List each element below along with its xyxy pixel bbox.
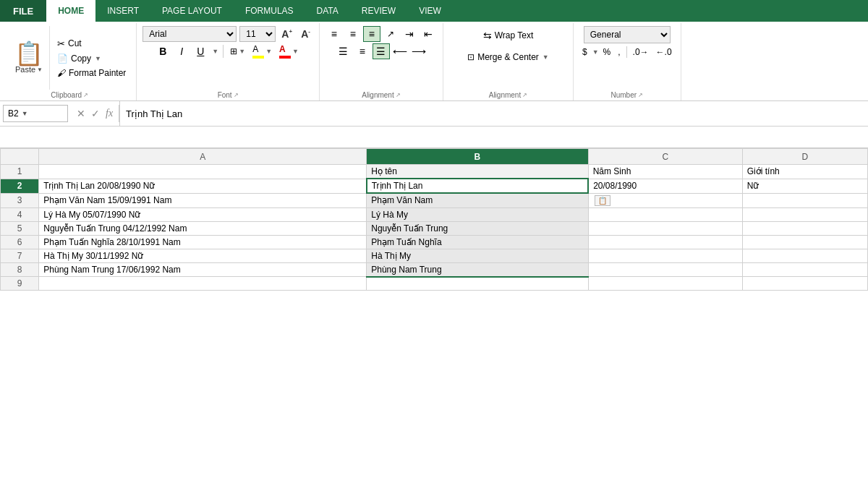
increase-decimal-button[interactable]: .0→ <box>630 46 652 58</box>
cell-a5[interactable]: Nguyễn Tuấn Trung 04/12/1992 Nam <box>39 221 367 235</box>
cell-d4[interactable] <box>742 207 867 221</box>
menu-tab-view[interactable]: VIEW <box>407 0 453 22</box>
cell-b9[interactable] <box>367 277 588 291</box>
menu-tab-home[interactable]: HOME <box>46 0 95 22</box>
formula-bar: B2 ▼ ✕ ✓ fx <box>0 101 868 127</box>
cell-d2[interactable]: Nữ <box>742 179 867 193</box>
cell-a9[interactable] <box>39 277 367 291</box>
menu-tab-page-layout[interactable]: PAGE LAYOUT <box>150 0 234 22</box>
formula-input[interactable] <box>119 101 868 126</box>
font-color-button[interactable]: A ▼ <box>277 43 301 59</box>
alignment-expand-icon2[interactable]: ↗ <box>522 92 527 98</box>
cell-a1[interactable] <box>39 165 367 179</box>
fill-color-bar <box>252 56 264 59</box>
underline-button[interactable]: U <box>192 43 208 59</box>
align-left-button[interactable]: ☰ <box>335 43 352 59</box>
merge-center-button[interactable]: ⊡ Merge & Center ▼ <box>463 48 553 67</box>
cut-button[interactable]: ✂ Cut <box>56 38 127 50</box>
col-header-a[interactable]: A <box>39 149 367 165</box>
cell-reference-box[interactable]: B2 ▼ <box>3 105 68 122</box>
cell-b3[interactable]: Phạm Văn Nam <box>367 193 588 207</box>
row-num-4: 4 <box>1 207 39 221</box>
ltr-button[interactable]: ⟶ <box>410 43 427 59</box>
cell-c4[interactable] <box>588 207 742 221</box>
decrease-indent-button[interactable]: ⇤ <box>420 26 437 42</box>
menu-tab-formulas[interactable]: FORMULAS <box>234 0 305 22</box>
paste-button[interactable]: 📋 Paste ▼ <box>9 26 50 90</box>
menu-tab-review[interactable]: REVIEW <box>350 0 407 22</box>
align-middle-button[interactable]: ≡ <box>344 26 362 42</box>
align-right-button[interactable]: ☰ <box>373 43 390 59</box>
menu-tab-insert[interactable]: INSERT <box>95 0 150 22</box>
cell-b7[interactable]: Hà Thị My <box>367 249 588 262</box>
align-center-button[interactable]: ≡ <box>354 43 371 59</box>
font-name-select[interactable]: Arial <box>142 26 237 42</box>
cell-a8[interactable]: Phùng Nam Trung 17/06/1992 Nam <box>39 262 367 277</box>
cell-c6[interactable] <box>588 235 742 249</box>
bold-button[interactable]: B <box>155 43 171 59</box>
decrease-decimal-button[interactable]: ←.0 <box>653 46 675 58</box>
comma-button[interactable]: , <box>615 46 623 58</box>
cell-c5[interactable] <box>588 221 742 235</box>
font-row1: Arial 11 A+ A- <box>142 26 313 42</box>
cell-a6[interactable]: Phạm Tuấn Nghĩa 28/10/1991 Nam <box>39 235 367 249</box>
cell-b4[interactable]: Lý Hà My <box>367 207 588 221</box>
cell-c8[interactable] <box>588 262 742 277</box>
cancel-icon[interactable]: ✕ <box>77 108 85 119</box>
table-row: 2 Trịnh Thị Lan 20/08/1990 Nữ Trịnh Thị … <box>1 179 868 193</box>
paste-label: Paste <box>15 65 35 74</box>
function-icon[interactable]: fx <box>106 108 113 119</box>
cell-d7[interactable] <box>742 249 867 262</box>
font-expand-icon[interactable]: ↗ <box>234 92 239 98</box>
clipboard-expand-icon[interactable]: ↗ <box>83 92 88 98</box>
separator-1 <box>223 45 224 58</box>
cell-b5[interactable]: Nguyễn Tuấn Trung <box>367 221 588 235</box>
orientation-button[interactable]: ↗ <box>382 26 399 42</box>
number-format-select[interactable]: General <box>584 26 671 43</box>
cell-c2[interactable]: 20/08/1990 <box>588 179 742 193</box>
rtl-button[interactable]: ⟵ <box>391 43 409 59</box>
cell-c1[interactable]: Năm Sinh <box>588 165 742 179</box>
cell-b6[interactable]: Phạm Tuấn Nghĩa <box>367 235 588 249</box>
cell-a3[interactable]: Phạm Văn Nam 15/09/1991 Nam <box>39 193 367 207</box>
alignment-expand-icon[interactable]: ↗ <box>396 92 401 98</box>
font-grow-button[interactable]: A+ <box>278 28 295 40</box>
increase-indent-button[interactable]: ⇥ <box>401 26 418 42</box>
currency-button[interactable]: $ <box>579 46 590 58</box>
cell-a4[interactable]: Lý Hà My 05/07/1990 Nữ <box>39 207 367 221</box>
col-header-b[interactable]: B <box>367 149 588 165</box>
percent-button[interactable]: % <box>600 46 614 58</box>
cell-d6[interactable] <box>742 235 867 249</box>
wrap-text-button[interactable]: ⇆ Wrap Text <box>479 26 538 45</box>
format-painter-button[interactable]: 🖌 Format Painter <box>56 67 127 79</box>
cell-a7[interactable]: Hà Thị My 30/11/1992 Nữ <box>39 249 367 262</box>
paste-options-icon[interactable]: 📋 <box>595 195 610 206</box>
number-expand-icon[interactable]: ↗ <box>638 92 643 98</box>
cell-d1[interactable]: Giới tính <box>742 165 867 179</box>
table-row: 3 Phạm Văn Nam 15/09/1991 Nam Phạm Văn N… <box>1 193 868 207</box>
cell-b8[interactable]: Phùng Nam Trung <box>367 262 588 277</box>
align-bottom-button[interactable]: ≡ <box>363 26 380 42</box>
file-menu-tab[interactable]: FILE <box>0 0 46 22</box>
border-button[interactable]: ⊞ ▼ <box>228 43 247 59</box>
cell-d9[interactable] <box>742 277 867 291</box>
cell-d5[interactable] <box>742 221 867 235</box>
copy-button[interactable]: 📄 Copy ▼ <box>56 53 127 64</box>
italic-button[interactable]: I <box>174 43 190 59</box>
cell-b2[interactable]: Trịnh Thị Lan <box>367 179 588 193</box>
cell-b1[interactable]: Họ tên <box>367 165 588 179</box>
cell-d3[interactable] <box>742 193 867 207</box>
cell-c3[interactable]: 📋 <box>588 193 742 207</box>
col-header-c[interactable]: C <box>588 149 742 165</box>
cell-d8[interactable] <box>742 262 867 277</box>
align-top-button[interactable]: ≡ <box>326 26 343 42</box>
cell-c9[interactable] <box>588 277 742 291</box>
font-size-select[interactable]: 11 <box>239 26 276 42</box>
cell-c7[interactable] <box>588 249 742 262</box>
fill-color-button[interactable]: A ▼ <box>250 43 274 59</box>
confirm-icon[interactable]: ✓ <box>91 108 100 119</box>
font-shrink-button[interactable]: A- <box>298 28 313 40</box>
menu-tab-data[interactable]: DATA <box>305 0 350 22</box>
col-header-d[interactable]: D <box>742 149 867 165</box>
cell-a2[interactable]: Trịnh Thị Lan 20/08/1990 Nữ <box>39 179 367 193</box>
